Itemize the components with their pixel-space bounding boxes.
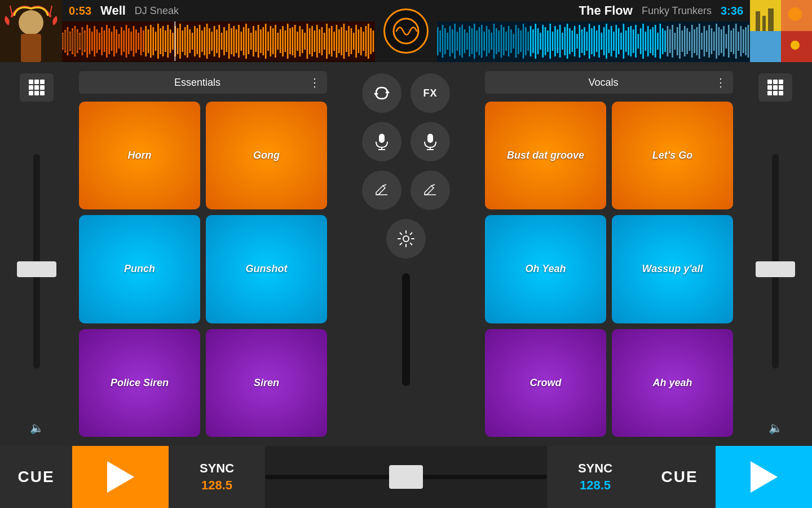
svg-rect-79 xyxy=(219,25,220,58)
left-album-art xyxy=(0,0,62,62)
pad-horn[interactable]: Horn xyxy=(79,102,200,209)
svg-rect-252 xyxy=(696,27,698,55)
svg-rect-55 xyxy=(160,28,161,54)
settings-button[interactable] xyxy=(386,219,426,259)
pad-ah-yeah[interactable]: Ah yeah xyxy=(612,329,733,437)
right-panel-menu-button[interactable]: ⋮ xyxy=(715,76,726,89)
svg-rect-74 xyxy=(206,24,208,59)
svg-rect-68 xyxy=(192,33,193,50)
svg-rect-92 xyxy=(250,33,252,50)
svg-rect-272 xyxy=(745,27,747,55)
svg-rect-258 xyxy=(711,28,713,54)
loop-button[interactable] xyxy=(362,73,401,113)
svg-rect-138 xyxy=(363,32,364,51)
svg-rect-124 xyxy=(329,28,330,54)
svg-rect-237 xyxy=(660,24,661,59)
crossfader-track xyxy=(265,475,547,479)
left-mic-button[interactable] xyxy=(362,122,401,161)
pad-crowd[interactable]: Crowd xyxy=(485,329,606,437)
pad-bust-dat-groove[interactable]: Bust dat groove xyxy=(485,102,606,209)
svg-rect-135 xyxy=(355,25,357,58)
svg-rect-281 xyxy=(768,8,774,31)
pad-gunshot[interactable]: Gunshot xyxy=(206,215,327,323)
right-edit-button[interactable] xyxy=(411,170,450,210)
left-panel-menu-button[interactable]: ⋮ xyxy=(309,76,320,89)
svg-rect-37 xyxy=(140,27,142,55)
pad-lets-go[interactable]: Let's Go xyxy=(612,102,733,209)
right-time: 3:36 xyxy=(721,5,743,17)
svg-rect-186 xyxy=(535,24,536,59)
svg-rect-111 xyxy=(297,32,298,51)
svg-rect-83 xyxy=(228,24,230,59)
svg-rect-85 xyxy=(233,26,235,56)
svg-rect-177 xyxy=(513,34,514,49)
svg-rect-178 xyxy=(515,25,517,58)
svg-rect-15 xyxy=(86,25,88,58)
svg-rect-174 xyxy=(505,32,507,51)
fx-button[interactable]: FX xyxy=(411,73,450,113)
pad-gong[interactable]: Gong xyxy=(206,102,327,209)
left-pad-row-1: Horn Gong xyxy=(79,102,327,209)
right-volume-handle[interactable] xyxy=(756,261,795,277)
pad-police-siren[interactable]: Police Siren xyxy=(79,329,200,437)
svg-rect-239 xyxy=(664,30,666,52)
left-pad-row-2: Punch Gunshot xyxy=(79,215,327,323)
svg-rect-90 xyxy=(245,24,247,59)
right-panel-header: Vocals ⋮ xyxy=(485,71,733,94)
svg-rect-58 xyxy=(167,25,169,58)
left-cue-button[interactable]: CUE xyxy=(0,446,72,508)
svg-rect-128 xyxy=(338,29,340,53)
svg-rect-141 xyxy=(370,28,372,54)
right-play-button[interactable] xyxy=(716,446,812,508)
right-panel-title: Vocals xyxy=(492,77,715,89)
svg-rect-39 xyxy=(62,34,64,49)
left-volume-handle[interactable] xyxy=(17,261,56,277)
svg-marker-285 xyxy=(374,93,378,97)
svg-rect-167 xyxy=(488,29,490,53)
left-edit-button[interactable] xyxy=(362,170,401,210)
svg-rect-43 xyxy=(72,30,73,52)
svg-rect-16 xyxy=(89,28,91,54)
svg-rect-226 xyxy=(633,29,634,53)
svg-rect-151 xyxy=(449,26,451,56)
pad-siren[interactable]: Siren xyxy=(206,329,327,437)
svg-rect-240 xyxy=(667,26,669,56)
right-cue-button[interactable]: CUE xyxy=(643,446,716,508)
svg-rect-224 xyxy=(628,27,629,55)
right-mic-button[interactable] xyxy=(411,122,450,161)
svg-rect-197 xyxy=(562,33,563,50)
svg-rect-254 xyxy=(701,33,703,50)
svg-rect-207 xyxy=(586,32,588,51)
svg-rect-180 xyxy=(520,30,522,52)
pad-oh-yeah[interactable]: Oh Yeah xyxy=(485,215,606,323)
svg-rect-91 xyxy=(248,28,250,54)
svg-rect-88 xyxy=(241,32,242,51)
left-play-button[interactable] xyxy=(72,446,169,508)
crossfader-handle[interactable] xyxy=(389,465,423,489)
svg-rect-66 xyxy=(187,25,188,58)
svg-rect-100 xyxy=(270,26,272,56)
pad-punch[interactable]: Punch xyxy=(79,215,200,323)
svg-rect-118 xyxy=(314,30,316,52)
left-sync-label: SYNC xyxy=(200,461,234,476)
right-volume-icon: 🔈 xyxy=(769,421,783,435)
left-grid-button[interactable] xyxy=(20,73,54,102)
svg-rect-48 xyxy=(84,33,86,50)
svg-rect-33 xyxy=(130,32,132,51)
right-pad-row-3: Crowd Ah yeah xyxy=(485,329,733,437)
svg-rect-267 xyxy=(733,28,735,54)
svg-rect-72 xyxy=(201,30,203,52)
right-grid-button[interactable] xyxy=(758,73,792,102)
right-deck-meta: The Flow Funky Trunkers 3:36 xyxy=(437,0,750,21)
svg-rect-187 xyxy=(537,28,539,54)
svg-rect-45 xyxy=(77,32,78,51)
right-play-icon xyxy=(751,461,778,493)
svg-rect-233 xyxy=(650,29,651,53)
svg-rect-3 xyxy=(21,34,41,62)
left-deck-container: 0:53 Well DJ Sneak xyxy=(62,0,375,62)
center-vertical-divider xyxy=(402,273,410,386)
center-edit-buttons xyxy=(362,170,450,210)
svg-rect-214 xyxy=(603,27,605,55)
svg-rect-251 xyxy=(694,29,695,53)
pad-wassup-yall[interactable]: Wassup y'all xyxy=(612,215,733,323)
